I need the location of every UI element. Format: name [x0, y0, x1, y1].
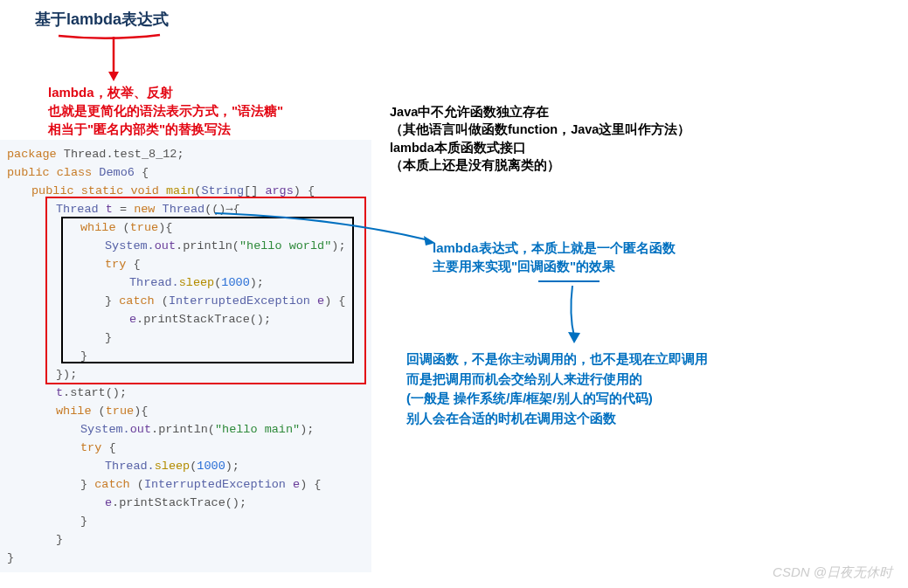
- black-line-4: （本质上还是没有脱离类的）: [390, 156, 690, 174]
- title-prefix: 基于: [35, 10, 66, 28]
- red-line-3: 相当于"匿名内部类"的替换写法: [48, 120, 283, 138]
- fld-out2: out: [130, 423, 151, 436]
- var-t2: t: [56, 386, 63, 399]
- mth-main: main: [166, 184, 194, 197]
- arrow-down-blue-icon: [564, 284, 585, 349]
- cls-thread2: Thread: [163, 203, 205, 216]
- kw-while2: while: [56, 405, 99, 418]
- cls-thread4: Thread.: [105, 460, 155, 473]
- cls-thread3: Thread.: [129, 276, 179, 289]
- black-annotation: Java中不允许函数独立存在 （其他语言叫做函数function，Java这里叫…: [390, 103, 690, 174]
- black-line-3: lambda本质函数式接口: [390, 139, 690, 156]
- svg-marker-1: [108, 72, 119, 81]
- red-line-1: lambda，枚举、反射: [48, 83, 283, 101]
- kw-catch2: catch: [94, 478, 137, 491]
- cls-system2: System.: [80, 423, 130, 436]
- red-line-2: 也就是更简化的语法表示方式，"语法糖": [48, 101, 283, 120]
- pkg-name: Thread.test_8_12: [64, 148, 177, 161]
- mth-sleep2: sleep: [155, 460, 191, 473]
- red-annotation: lambda，枚举、反射 也就是更简化的语法表示方式，"语法糖" 相当于"匿名内…: [48, 83, 283, 138]
- kw-true2: true: [106, 405, 134, 418]
- svg-marker-3: [568, 332, 580, 343]
- var-e: e: [317, 294, 324, 308]
- kw-package: package: [7, 148, 64, 161]
- blue-annotation-1: lambda表达式，本质上就是一个匿名函数 主要用来实现"回调函数"的效果: [433, 239, 676, 275]
- black-line-1: Java中不允许函数独立存在: [390, 103, 690, 121]
- num-1000a: 1000: [221, 276, 249, 289]
- title-keyword: lambda: [66, 10, 121, 28]
- kw-try: try: [105, 258, 133, 271]
- mth-sleep: sleep: [179, 276, 215, 289]
- blue2-line-3: (一般是 操作系统/库/框架/别人的写的代码): [406, 389, 708, 409]
- num-1000b: 1000: [197, 460, 225, 473]
- cls-demo6: Demo6: [99, 166, 135, 179]
- var-e3: e: [293, 478, 300, 491]
- kw-while: while: [80, 221, 123, 234]
- blue-underline: [538, 273, 600, 282]
- fld-out: out: [155, 239, 176, 252]
- arrow-right-icon: [212, 211, 435, 246]
- title-heading: 基于lambda表达式: [35, 9, 169, 30]
- kw-catch: catch: [119, 294, 162, 308]
- cls-intex: InterruptedException: [169, 294, 317, 308]
- cls-system: System.: [105, 239, 155, 252]
- blue2-line-2: 而是把调用而机会交给别人来进行使用的: [406, 370, 708, 390]
- cls-string: String: [201, 184, 244, 197]
- var-t: t: [106, 203, 113, 216]
- blue2-line-4: 别人会在合适的时机在调用这个函数: [406, 409, 708, 429]
- kw-new: new: [134, 203, 162, 216]
- var-args: args: [265, 184, 293, 197]
- code-block: package Thread.test_8_12; public class D…: [0, 140, 371, 572]
- str-hello-main: "hello main": [215, 423, 300, 436]
- title-suffix: 表达式: [121, 10, 169, 28]
- kw-true: true: [130, 221, 158, 234]
- blue1-line-1: lambda表达式，本质上就是一个匿名函数: [433, 239, 676, 257]
- blue1-line-2: 主要用来实现"回调函数"的效果: [433, 257, 676, 275]
- kw-try2: try: [80, 441, 108, 454]
- blue2-line-1: 回调函数，不是你主动调用的，也不是现在立即调用: [406, 349, 708, 370]
- cls-intex2: InterruptedException: [144, 478, 293, 491]
- kw-psvm: public static void: [31, 184, 166, 197]
- watermark-text: CSDN @日夜无休时: [773, 564, 892, 581]
- black-line-2: （其他语言叫做函数function，Java这里叫作方法）: [390, 121, 690, 138]
- blue-annotation-2: 回调函数，不是你主动调用的，也不是现在立即调用 而是把调用而机会交给别人来进行使…: [406, 349, 708, 428]
- cls-thread: Thread: [56, 203, 106, 216]
- var-e2: e: [129, 313, 136, 326]
- var-e4: e: [105, 496, 112, 509]
- arrow-down-icon: [105, 35, 122, 86]
- kw-pubclass: public class: [7, 166, 99, 179]
